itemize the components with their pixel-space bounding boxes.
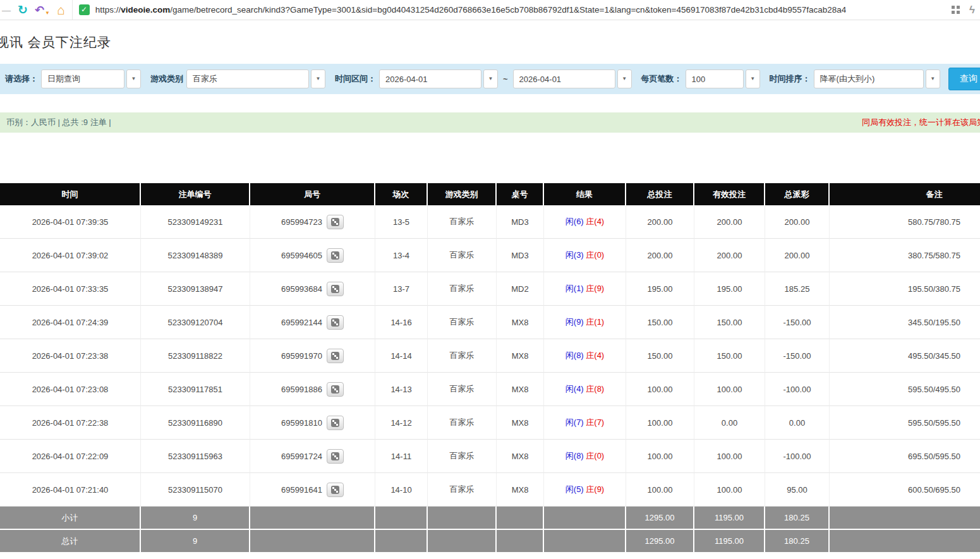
round-replay-dice-icon[interactable] [327, 248, 344, 263]
cell-time: 2026-04-01 07:24:39 [0, 306, 141, 339]
subtotal-empty [497, 507, 544, 530]
cell-result: 闲(8) 庄(0) [544, 440, 626, 473]
query-type-value[interactable]: 日期查询 [41, 69, 124, 88]
cell-session: 14-14 [375, 339, 428, 373]
date-from-dropdown-button[interactable]: ▼ [483, 69, 498, 88]
banker-result: 庄(9) [586, 284, 604, 293]
cell-game-type: 百家乐 [428, 239, 497, 272]
cell-valid-bet: 100.00 [694, 473, 765, 507]
chevron-down-icon: ▼ [45, 10, 50, 16]
page-size-value[interactable]: 100 [686, 69, 744, 88]
round-number: 695993684 [281, 284, 322, 294]
cell-round: 695991641 [250, 473, 375, 507]
cell-game-type: 百家乐 [428, 306, 497, 339]
cell-result: 闲(7) 庄(7) [544, 406, 626, 440]
cell-game-type: 百家乐 [428, 373, 497, 406]
dice-icon [331, 452, 339, 460]
cell-time: 2026-04-01 07:23:38 [0, 339, 141, 373]
player-result: 闲(8) [566, 351, 584, 360]
cell-result: 闲(5) 庄(9) [544, 473, 626, 507]
cell-total-bet[interactable]: 195.00 [626, 272, 694, 306]
round-replay-dice-icon[interactable] [327, 315, 344, 330]
round-replay-dice-icon[interactable] [327, 382, 344, 397]
subtotal-empty [830, 507, 980, 530]
grid-icon[interactable] [952, 6, 960, 15]
back-button[interactable]: ↶ ▼ [35, 4, 50, 16]
cell-round: 695991970 [250, 339, 375, 373]
search-button[interactable]: 查询 [948, 68, 980, 90]
refresh-icon[interactable]: ↻ [18, 4, 28, 16]
url-text: https://videoie.com/game/betrecord_searc… [95, 5, 847, 15]
cell-session: 14-10 [375, 473, 428, 507]
cell-bet-id: 523309138947 [141, 272, 250, 306]
round-wrap: 695991970 [281, 349, 344, 363]
cell-payout: 200.00 [765, 205, 830, 239]
cell-valid-bet: 200.00 [694, 239, 765, 272]
chevron-down-icon: ▼ [622, 76, 627, 81]
cell-total-bet[interactable]: 100.00 [626, 373, 694, 406]
cell-session: 14-11 [375, 440, 428, 473]
column-header-10: 备注 [830, 183, 980, 205]
cell-result: 闲(1) 庄(9) [544, 272, 626, 306]
table-row: 2026-04-01 07:21:40523309115070695991641… [0, 473, 980, 507]
cell-game-type: 百家乐 [428, 406, 497, 440]
date-from-value[interactable]: 2026-04-01 [379, 69, 481, 88]
round-replay-dice-icon[interactable] [327, 483, 344, 497]
cell-total-bet[interactable]: 100.00 [626, 440, 694, 473]
cell-note: 345.50/195.50 [830, 306, 980, 339]
banker-result: 庄(0) [586, 250, 604, 260]
cell-total-bet[interactable]: 100.00 [626, 406, 694, 440]
home-icon[interactable]: ⌂ [57, 3, 65, 16]
date-to-value[interactable]: 2026-04-01 [513, 69, 615, 88]
cell-total-bet[interactable]: 200.00 [626, 205, 694, 239]
sort-order-dropdown-button[interactable]: ▼ [926, 69, 940, 88]
round-number: 695991724 [281, 452, 322, 461]
cell-note: 380.75/580.75 [830, 239, 980, 272]
query-type-dropdown-button[interactable]: ▼ [126, 69, 141, 88]
cell-total-bet[interactable]: 150.00 [626, 306, 694, 339]
banker-result: 庄(4) [586, 351, 604, 360]
round-replay-dice-icon[interactable] [327, 416, 344, 430]
cell-session: 13-7 [375, 272, 428, 306]
total-payout: 180.25 [765, 530, 830, 553]
column-header-8: 有效投注 [694, 183, 765, 205]
subtotal-payout: 180.25 [765, 507, 830, 530]
round-wrap: 695991724 [281, 449, 344, 464]
cell-bet-id: 523309116890 [141, 406, 250, 440]
player-result: 闲(5) [566, 484, 584, 494]
table-row: 2026-04-01 07:23:08523309117851695991886… [0, 373, 980, 406]
chevron-down-icon: ▼ [131, 76, 136, 81]
cell-table-no: MX8 [497, 473, 544, 507]
round-replay-dice-icon[interactable] [327, 449, 344, 464]
page-size-label: 每页笔数： [641, 73, 682, 85]
banker-result: 庄(0) [586, 451, 604, 460]
round-replay-dice-icon[interactable] [327, 349, 344, 363]
dice-icon [331, 318, 339, 327]
cell-session: 13-4 [375, 239, 428, 272]
total-empty [497, 530, 544, 553]
cell-total-bet[interactable]: 200.00 [626, 239, 694, 272]
cell-total-bet[interactable]: 100.00 [626, 473, 694, 507]
date-to-dropdown-button[interactable]: ▼ [617, 69, 632, 88]
round-replay-dice-icon[interactable] [327, 215, 344, 229]
cell-bet-id: 523309118822 [141, 339, 250, 373]
round-wrap: 695991886 [281, 382, 344, 397]
round-number: 695991810 [281, 418, 322, 428]
game-type-dropdown-button[interactable]: ▼ [311, 69, 325, 88]
total-total-bet: 1295.00 [626, 530, 694, 553]
bet-records-table: 时间注单编号局号场次游戏类别桌号结果总投注有效投注总派彩备注 2026-04-0… [0, 183, 980, 553]
address-bar[interactable]: ✓ https://videoie.com/game/betrecord_sea… [72, 0, 975, 20]
round-replay-dice-icon[interactable] [327, 282, 344, 296]
total-empty [544, 530, 626, 553]
security-shield-icon[interactable]: ✓ [79, 4, 90, 15]
table-row: 2026-04-01 07:23:38523309118822695991970… [0, 339, 980, 373]
lightning-icon[interactable]: ϟ [969, 4, 975, 15]
page-size-dropdown-button[interactable]: ▼ [746, 69, 760, 88]
sort-order-value[interactable]: 降幂(由大到小) [814, 69, 924, 88]
dice-icon [331, 218, 339, 226]
game-type-value[interactable]: 百家乐 [186, 69, 309, 88]
total-empty [830, 530, 980, 553]
cell-valid-bet: 200.00 [694, 205, 765, 239]
cell-total-bet[interactable]: 150.00 [626, 339, 694, 373]
cell-time: 2026-04-01 07:33:35 [0, 272, 141, 306]
